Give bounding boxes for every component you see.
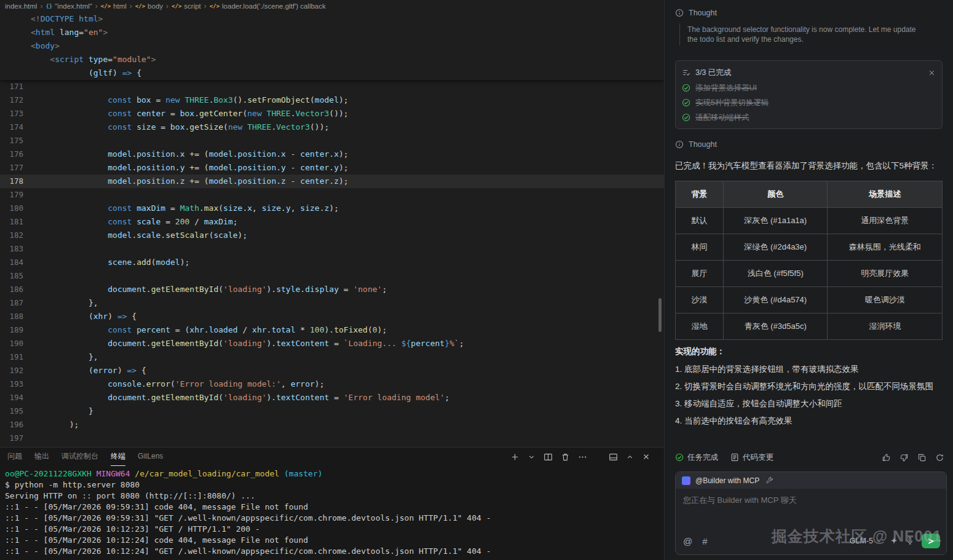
code-line[interactable]: <script type="module"> xyxy=(0,53,664,66)
line-number[interactable] xyxy=(0,26,23,39)
agent-context-bar[interactable]: @Builder with MCP xyxy=(676,472,946,489)
task-complete-badge[interactable]: 任务完成 xyxy=(675,452,718,463)
panel-tab[interactable]: 调试控制台 xyxy=(61,448,98,466)
send-button[interactable] xyxy=(922,534,940,548)
split-terminal-icon[interactable] xyxy=(544,452,553,462)
code-line[interactable]: 196 ); xyxy=(0,418,664,432)
line-number[interactable]: 182 xyxy=(0,229,23,242)
code-line[interactable]: 171 xyxy=(0,80,664,93)
mention-button[interactable]: @ xyxy=(683,536,692,546)
code-line[interactable]: <body> xyxy=(0,39,664,53)
line-number[interactable]: 189 xyxy=(0,323,23,337)
code-line[interactable]: 194 document.getElementById('loading').t… xyxy=(0,391,664,404)
code-line[interactable]: 193 console.error('Error loading model:'… xyxy=(0,377,664,391)
sparkle-icon[interactable] xyxy=(890,537,898,545)
code-line[interactable]: 184 scene.add(model); xyxy=(0,256,664,269)
code-line[interactable]: <!DOCTYPE html> xyxy=(0,12,664,26)
code-line[interactable]: 192 (error) => { xyxy=(0,364,664,377)
refresh-icon[interactable] xyxy=(935,453,944,462)
code-line[interactable]: 197 xyxy=(0,432,664,445)
code-line[interactable]: 180 const maxDim = Math.max(size.x, size… xyxy=(0,202,664,215)
terminal-profile-chevron-icon[interactable] xyxy=(528,453,536,461)
code-line[interactable]: 186 document.getElementById('loading').s… xyxy=(0,283,664,296)
code-line[interactable]: 185 xyxy=(0,269,664,283)
line-number[interactable]: 178 xyxy=(0,175,23,188)
breadcrumb-item[interactable]: </>loader.load('./scene.gltf') callback xyxy=(210,2,326,10)
line-number[interactable] xyxy=(0,53,23,66)
line-number[interactable]: 176 xyxy=(0,148,23,161)
line-number[interactable]: 193 xyxy=(0,377,23,391)
panel-layout-icon[interactable] xyxy=(609,452,618,462)
line-number[interactable]: 172 xyxy=(0,93,23,107)
line-number[interactable]: 192 xyxy=(0,364,23,377)
code-line[interactable]: 178 model.position.z += (model.position.… xyxy=(0,175,664,188)
breadcrumb-item[interactable]: </>script xyxy=(172,2,201,10)
code-line[interactable]: 176 model.position.x += (model.position.… xyxy=(0,148,664,161)
terminal[interactable]: oo@PC-20211228GXKH MINGW64 /e/car_model_… xyxy=(0,466,664,560)
mic-icon[interactable] xyxy=(906,537,914,545)
thought-header[interactable]: Thought xyxy=(675,6,943,20)
line-number[interactable] xyxy=(0,66,23,80)
code-line[interactable]: 172 const box = new THREE.Box3().setFrom… xyxy=(0,93,664,107)
code-line[interactable]: 182 model.scale.setScalar(scale); xyxy=(0,229,664,242)
breadcrumb-item[interactable]: {}"index.html" xyxy=(45,2,92,10)
code-editor[interactable]: <!DOCTYPE html><html lang="en"><body> <s… xyxy=(0,12,664,447)
thumbs-down-icon[interactable] xyxy=(900,453,909,462)
line-number[interactable] xyxy=(0,12,23,26)
panel-tab[interactable]: GitLens xyxy=(138,448,163,466)
maximize-panel-icon[interactable] xyxy=(626,453,634,461)
code-line[interactable]: 181 const scale = 200 / maxDim; xyxy=(0,215,664,229)
line-number[interactable]: 174 xyxy=(0,120,23,134)
code-line[interactable]: 179 xyxy=(0,188,664,202)
code-line[interactable]: 175 xyxy=(0,134,664,148)
line-number[interactable]: 184 xyxy=(0,256,23,269)
line-number[interactable]: 181 xyxy=(0,215,23,229)
code-line[interactable]: 177 model.position.y += (model.position.… xyxy=(0,161,664,175)
line-number[interactable]: 196 xyxy=(0,418,23,432)
line-number[interactable]: 177 xyxy=(0,161,23,175)
code-line[interactable]: <html lang="en"> xyxy=(0,26,664,39)
line-number[interactable]: 173 xyxy=(0,107,23,120)
panel-tab[interactable]: 终端 xyxy=(111,448,125,466)
code-line[interactable]: 174 const size = box.getSize(new THREE.V… xyxy=(0,120,664,134)
kill-terminal-icon[interactable] xyxy=(561,452,570,462)
line-number[interactable]: 179 xyxy=(0,188,23,202)
code-line[interactable]: 187 }, xyxy=(0,296,664,310)
line-number[interactable]: 197 xyxy=(0,432,23,445)
chat-input[interactable]: 您正在与 Builder with MCP 聊天 xyxy=(676,489,946,532)
line-number[interactable]: 190 xyxy=(0,337,23,350)
thumbs-up-icon[interactable] xyxy=(882,453,891,462)
breadcrumb-item[interactable]: index.html xyxy=(5,2,37,10)
code-changes-button[interactable]: 代码变更 xyxy=(730,452,773,463)
line-number[interactable]: 194 xyxy=(0,391,23,404)
line-number[interactable]: 191 xyxy=(0,350,23,364)
code-line[interactable]: 195 } xyxy=(0,404,664,418)
editor-scrollbar[interactable] xyxy=(658,298,662,332)
line-number[interactable]: 185 xyxy=(0,269,23,283)
code-line[interactable]: 191 }, xyxy=(0,350,664,364)
breadcrumb-item[interactable]: </>body xyxy=(135,2,163,10)
line-number[interactable]: 171 xyxy=(0,80,23,93)
thought-header[interactable]: Thought xyxy=(675,138,943,151)
line-number[interactable]: 175 xyxy=(0,134,23,148)
code-line[interactable]: 189 const percent = (xhr.loaded / xhr.to… xyxy=(0,323,664,337)
line-number[interactable]: 195 xyxy=(0,404,23,418)
code-line[interactable]: (gltf) => { xyxy=(0,66,664,80)
more-actions-icon[interactable] xyxy=(578,452,587,462)
new-terminal-icon[interactable] xyxy=(510,452,520,462)
line-number[interactable]: 186 xyxy=(0,283,23,296)
model-selector[interactable]: GLM-5 xyxy=(850,537,882,545)
breadcrumb-item[interactable]: </>html xyxy=(101,2,127,10)
line-number[interactable]: 187 xyxy=(0,296,23,310)
close-icon[interactable] xyxy=(928,69,936,77)
panel-tab[interactable]: 输出 xyxy=(34,448,49,466)
line-number[interactable]: 188 xyxy=(0,310,23,323)
code-line[interactable]: 188 (xhr) => { xyxy=(0,310,664,323)
hash-button[interactable]: # xyxy=(702,536,707,546)
line-number[interactable]: 183 xyxy=(0,242,23,256)
line-number[interactable] xyxy=(0,39,23,53)
panel-tab[interactable]: 问题 xyxy=(7,448,22,466)
line-number[interactable]: 180 xyxy=(0,202,23,215)
code-line[interactable]: 190 document.getElementById('loading').t… xyxy=(0,337,664,350)
close-panel-icon[interactable] xyxy=(642,452,650,461)
